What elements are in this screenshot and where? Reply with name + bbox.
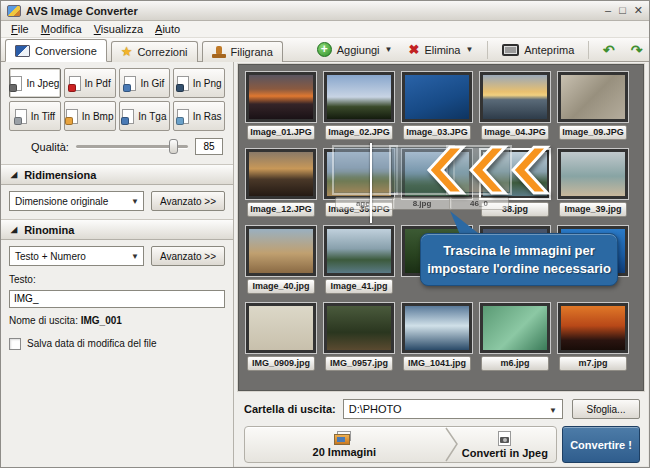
thumbnail-label: Image_39.jpg [559, 202, 627, 217]
toolbar: + Aggiungi ▼ ✖ Elimina ▼ Anteprima ↶ ↷ [285, 38, 650, 61]
thumbnail-img-0957-jpg[interactable]: IMG_0957.jpg [323, 302, 395, 371]
thumbnail-img-1041-jpg[interactable]: IMG_1041.jpg [401, 302, 473, 371]
preview-button[interactable]: Anteprima [496, 41, 580, 59]
close-button[interactable]: ✕ [634, 5, 643, 16]
thumbnail-image [561, 152, 625, 196]
thumbnail-image [405, 75, 469, 119]
format-in-tiff-button[interactable]: In Tiff [9, 101, 61, 131]
format-in-bmp-button[interactable]: In Bmp [64, 101, 116, 131]
format-in-png-button[interactable]: In Png [173, 68, 225, 98]
rotate-right-icon: ↷ [631, 43, 643, 57]
rename-preset-value: Testo + Numero [15, 251, 86, 262]
format-in-jpeg-button[interactable]: In Jpeg [9, 68, 61, 98]
convert-button[interactable]: Convertire ! [562, 426, 640, 463]
tab-conversione[interactable]: Conversione [5, 39, 107, 62]
rename-text-input[interactable] [9, 290, 225, 308]
output-folder-combobox[interactable]: D:\PHOTO ▼ [343, 399, 563, 419]
maximize-button[interactable]: □ [619, 5, 626, 16]
chevron-down-icon[interactable]: ▼ [465, 45, 473, 54]
preview-label: Anteprima [524, 44, 574, 56]
thumbnail-label: Image_09.JPG [559, 125, 627, 140]
monitor-icon [502, 44, 519, 56]
format-in-tga-button[interactable]: In Tga [119, 101, 171, 131]
drop-insertion-line [370, 143, 372, 223]
thumbnail-label: IMG_0909.jpg [247, 356, 315, 371]
title-bar: AVS Image Converter – □ ✕ [1, 1, 649, 21]
resize-header-label: Ridimensiona [24, 169, 96, 181]
thumbnail-image-04-jpg[interactable]: Image_04.JPG [479, 71, 551, 140]
output-name-label: Nome di uscita: [9, 315, 78, 326]
thumbnail-label: IMG_0957.jpg [325, 356, 393, 371]
thumbnail-image-01-jpg[interactable]: Image_01.JPG [245, 71, 317, 140]
thumbnail-image-03-jpg[interactable]: Image_03.JPG [401, 71, 473, 140]
delete-button[interactable]: ✖ Elimina ▼ [403, 40, 480, 59]
quality-slider[interactable] [76, 145, 188, 148]
add-button[interactable]: + Aggiungi ▼ [311, 39, 399, 60]
chevron-down-icon: ▼ [131, 252, 139, 261]
thumbnail-image-02-jpg[interactable]: Image_02.JPG [323, 71, 395, 140]
tab-correzioni[interactable]: ★Correzioni [111, 41, 198, 62]
file-type-icon [122, 109, 134, 124]
rename-section-header[interactable]: ◢ Rinomina [1, 219, 233, 240]
slider-thumb[interactable] [169, 139, 178, 154]
add-label: Aggiungi [337, 44, 380, 56]
resize-section-header[interactable]: ◢ Ridimensiona [1, 164, 233, 185]
format-label: In Png [193, 78, 222, 89]
chevron-down-icon[interactable]: ▼ [549, 406, 557, 415]
minimize-button[interactable]: – [605, 5, 611, 16]
rename-preset-dropdown[interactable]: Testo + Numero ▼ [9, 246, 144, 266]
thumbnail-image-39-jpg[interactable]: Image_39.jpg [557, 148, 629, 217]
thumbnail-image [327, 75, 391, 119]
file-type-icon [124, 76, 136, 91]
star-icon: ★ [121, 46, 133, 58]
rename-advanced-button[interactable]: Avanzato >> [151, 246, 225, 266]
thumbnail-image [405, 306, 469, 350]
settings-panel: In Jpeg In Pdf In Gif In Png In Tiff In … [1, 62, 234, 467]
thumbnail-grid: Image_01.JPG Image_02.JPG Image_03.JPG I… [239, 65, 643, 385]
thumbnail-image [561, 75, 625, 119]
thumbnail-image-09-jpg[interactable]: Image_09.JPG [557, 71, 629, 140]
thumbnail-image [249, 306, 313, 350]
thumbnail-label: IMG_1041.jpg [403, 356, 471, 371]
format-in-pdf-button[interactable]: In Pdf [64, 68, 116, 98]
images-count-segment: 20 Immagini [245, 427, 444, 462]
browse-button[interactable]: Sfoglia... [572, 399, 640, 419]
format-in-ras-button[interactable]: In Ras [173, 101, 225, 131]
format-grid: In Jpeg In Pdf In Gif In Png In Tiff In … [9, 68, 225, 131]
thumbnail-label: Image_40.jpg [247, 279, 315, 294]
thumbnail-m6-jpg[interactable]: m6.jpg [479, 302, 551, 371]
tab-filigrana[interactable]: Filigrana [202, 41, 283, 62]
tooltip-line1: Trascina le immagini per [443, 243, 595, 258]
rotate-left-button[interactable]: ↶ [597, 40, 621, 60]
menu-aiuto[interactable]: Aiuto [149, 22, 186, 36]
rotate-right-button[interactable]: ↷ [625, 40, 649, 60]
menu-visualizza[interactable]: Visualizza [88, 22, 149, 36]
output-folder-path: D:\PHOTO [349, 403, 402, 415]
thumbnail-label: Image_41.jpg [325, 279, 393, 294]
thumbnail-image [249, 152, 313, 196]
menu-modifica[interactable]: Modifica [35, 22, 88, 36]
thumbnail-image [561, 306, 625, 350]
resize-advanced-button[interactable]: Avanzato >> [151, 191, 225, 211]
file-type-icon [66, 109, 78, 124]
app-icon [7, 5, 21, 17]
quality-value-input[interactable] [195, 138, 223, 155]
thumbnail-image-41-jpg[interactable]: Image_41.jpg [323, 225, 395, 294]
save-date-option: Salva data di modifica del file [9, 338, 225, 350]
output-name-line: Nome di uscita: IMG_001 [9, 315, 225, 326]
thumbnail-img-0909-jpg[interactable]: IMG_0909.jpg [245, 302, 317, 371]
tab-strip: Conversione★CorrezioniFiligrana [3, 38, 285, 61]
format-in-gif-button[interactable]: In Gif [119, 68, 171, 98]
thumbnail-image-12-jpg[interactable]: Image_12.JPG [245, 148, 317, 217]
chevron-down-icon[interactable]: ▼ [385, 45, 393, 54]
rename-header-label: Rinomina [24, 224, 74, 236]
menu-file[interactable]: File [5, 22, 35, 36]
output-folder-row: Cartella di uscita: D:\PHOTO ▼ Sfoglia..… [244, 399, 640, 419]
thumbnail-panel: Image_01.JPG Image_02.JPG Image_03.JPG I… [238, 64, 644, 391]
thumbnail-image-40-jpg[interactable]: Image_40.jpg [245, 225, 317, 294]
save-date-checkbox[interactable] [9, 338, 21, 350]
thumbnail-m7-jpg[interactable]: m7.jpg [557, 302, 629, 371]
resize-preset-dropdown[interactable]: Dimensione originale ▼ [9, 191, 144, 211]
thumbnail-image [327, 229, 391, 273]
drag-ghost-label: age_ [335, 197, 395, 210]
